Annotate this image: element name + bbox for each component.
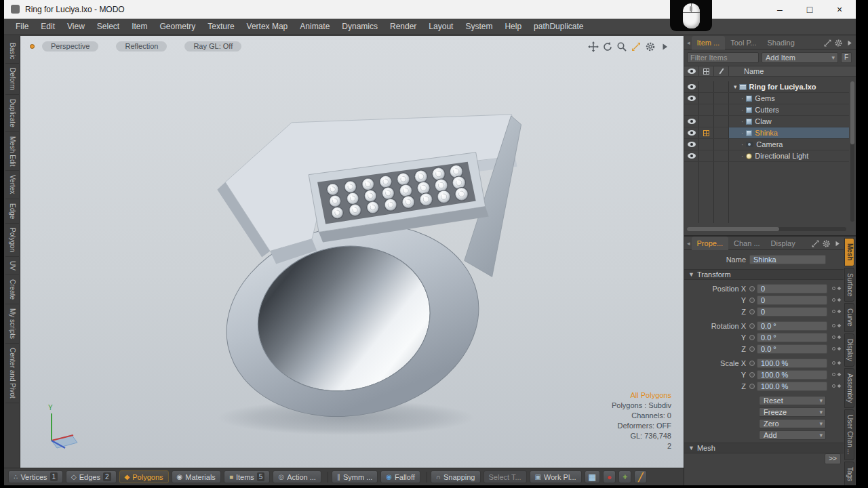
symm-mode-button[interactable]: ∥Symm ... — [332, 470, 378, 483]
panel-gear-icon[interactable] — [834, 38, 843, 47]
item-row-directional-light[interactable]: ·Directional Light — [684, 150, 849, 162]
toolbox-tab-deform[interactable]: Deform — [5, 64, 19, 95]
edit-cell[interactable] — [714, 150, 729, 161]
transform-value-input[interactable]: 0 — [757, 307, 827, 317]
toolbox-tab-polygon[interactable]: Polygon — [5, 224, 19, 257]
channel-toggle-icon[interactable] — [749, 361, 755, 366]
tab-shading[interactable]: Shading — [762, 36, 800, 49]
close-button[interactable]: × — [825, 0, 854, 19]
menu-layout[interactable]: Layout — [422, 19, 459, 35]
transform-value-input[interactable]: 0 — [757, 284, 827, 293]
workplane-grid-button[interactable]: ▦ — [585, 470, 600, 483]
visibility-cell[interactable] — [684, 150, 699, 161]
edit-cell[interactable] — [714, 81, 729, 92]
transform-value-input[interactable]: 0 — [757, 296, 827, 305]
toolbox-tab-uv[interactable]: UV — [5, 257, 19, 275]
side-tab-user-chan[interactable]: User Chan ... — [844, 409, 854, 460]
side-tab-assembly[interactable]: Assembly — [844, 368, 854, 408]
edit-cell[interactable] — [714, 104, 729, 115]
panel-gear-icon[interactable] — [822, 239, 831, 247]
input-link-icon[interactable] — [837, 324, 842, 328]
menu-vertex-map[interactable]: Vertex Map — [241, 19, 294, 35]
input-link-icon[interactable] — [837, 373, 842, 377]
item-list-hscrollbar[interactable] — [687, 227, 846, 231]
item-tree-cell[interactable]: ·Gems — [729, 93, 849, 104]
tab-channels[interactable]: Chan ... — [728, 237, 766, 250]
disclosure-arrow-icon[interactable]: ▾ — [734, 83, 737, 90]
side-tab-curve[interactable]: Curve — [844, 303, 854, 332]
render-column-header[interactable] — [699, 66, 714, 76]
transform-section-header[interactable]: ▼ Transform — [684, 269, 844, 280]
channel-toggle-icon[interactable] — [749, 372, 755, 378]
visibility-cell[interactable] — [684, 116, 699, 127]
name-column-header[interactable]: Name — [729, 66, 856, 76]
visibility-column-header[interactable] — [684, 66, 699, 76]
menu-select[interactable]: Select — [91, 19, 125, 35]
toolbox-tab-my-scripts[interactable]: My scripts — [5, 304, 19, 344]
channel-toggle-icon[interactable] — [749, 309, 755, 314]
render-cell[interactable] — [699, 139, 714, 150]
channel-toggle-icon[interactable] — [749, 335, 755, 340]
pan-icon[interactable] — [588, 41, 599, 52]
action-mode-button[interactable]: ◎Action ... — [273, 470, 321, 483]
viewport-options-dot[interactable] — [30, 44, 35, 49]
item-row-camera[interactable]: ·Camera — [684, 139, 849, 150]
visibility-cell[interactable] — [684, 93, 699, 104]
add-dropdown-button[interactable]: Add — [759, 430, 826, 440]
tab-scroll-left-icon[interactable]: ◂ — [686, 240, 692, 247]
side-tab-tags[interactable]: Tags — [844, 462, 854, 485]
toolbox-tab-mesh-edit[interactable]: Mesh Edit — [5, 132, 19, 171]
viewport-3d[interactable]: Perspective Reflection Ray GL: Off — [20, 36, 684, 468]
paint-brush-button[interactable]: ╱ — [634, 470, 647, 483]
render-cell[interactable] — [699, 116, 714, 127]
viewport-settings-gear-icon[interactable] — [645, 41, 656, 52]
item-tree-cell[interactable]: ·Cutters — [729, 104, 849, 115]
raygl-dropdown[interactable]: Ray GL: Off — [184, 41, 241, 52]
select-t-mode-button[interactable]: Select T... — [484, 470, 527, 483]
filter-items-input[interactable]: Filter Items — [687, 52, 759, 63]
item-row-gems[interactable]: ·Gems — [684, 93, 849, 104]
item-tree-cell[interactable]: ·Claw — [729, 116, 849, 127]
envelope-icon[interactable] — [832, 324, 835, 327]
visibility-cell[interactable] — [684, 127, 699, 138]
menu-dynamics[interactable]: Dynamics — [336, 19, 384, 35]
reset-dropdown-button[interactable]: Reset — [759, 396, 826, 405]
materials-mode-button[interactable]: ◉Materials — [172, 470, 221, 483]
side-tab-surface[interactable]: Surface — [844, 268, 854, 302]
item-row-shinka[interactable]: ·Shinka — [684, 127, 849, 139]
toolbox-tab-duplicate[interactable]: Duplicate — [5, 95, 19, 132]
input-link-icon[interactable] — [837, 347, 842, 351]
transform-value-input[interactable]: 0.0 ° — [757, 333, 827, 342]
envelope-icon[interactable] — [832, 298, 835, 302]
visibility-cell[interactable] — [684, 104, 699, 115]
tab-scroll-left-icon[interactable]: ◂ — [686, 39, 692, 46]
render-cell[interactable] — [699, 150, 714, 161]
menu-file[interactable]: File — [9, 19, 35, 35]
side-tab-mesh[interactable]: Mesh — [844, 238, 854, 266]
menu-system[interactable]: System — [459, 19, 498, 35]
item-tree-cell[interactable]: ▾Ring for Luciya.lxo — [729, 81, 849, 92]
add-item-dropdown[interactable]: Add Item — [762, 52, 838, 63]
menu-item[interactable]: Item — [125, 19, 153, 35]
menu-view[interactable]: View — [61, 19, 91, 35]
edges-mode-button[interactable]: ◇Edges2 — [66, 470, 116, 483]
menu-pathduplicate[interactable]: pathDuplicate — [528, 19, 589, 35]
toolbox-tab-center-and-pivot[interactable]: Center and Pivot — [5, 344, 19, 403]
axis-button[interactable]: + — [618, 470, 631, 483]
menu-animate[interactable]: Animate — [294, 19, 336, 35]
toolbox-tab-vertex[interactable]: Vertex — [5, 171, 19, 199]
polygons-mode-button[interactable]: ◆Polygons — [119, 470, 169, 483]
channel-toggle-icon[interactable] — [749, 384, 755, 389]
freeze-dropdown-button[interactable]: Freeze — [759, 407, 826, 417]
item-tree-cell[interactable]: ·Directional Light — [729, 150, 849, 161]
menu-geometry[interactable]: Geometry — [154, 19, 202, 35]
channel-toggle-icon[interactable] — [749, 298, 755, 303]
vertices-mode-button[interactable]: ∴Vertices1 — [8, 470, 63, 483]
tab-tool-pipe[interactable]: Tool P... — [725, 36, 762, 49]
envelope-icon[interactable] — [832, 310, 835, 313]
panel-more-arrow-icon[interactable] — [845, 38, 854, 47]
maximize-viewport-icon[interactable] — [631, 41, 642, 52]
visibility-cell[interactable] — [684, 81, 699, 92]
envelope-icon[interactable] — [832, 287, 835, 290]
tab-properties[interactable]: Prope... — [692, 237, 729, 250]
